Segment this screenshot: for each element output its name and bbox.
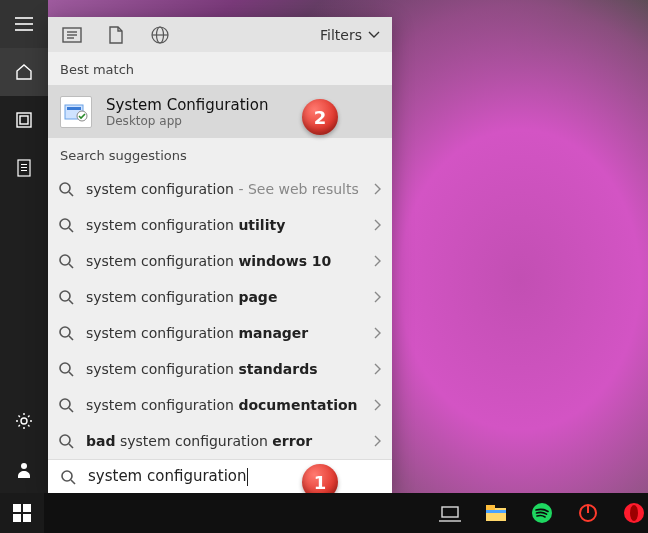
- svg-rect-47: [486, 510, 506, 513]
- svg-line-30: [69, 336, 73, 340]
- svg-point-31: [60, 363, 70, 373]
- svg-rect-8: [21, 170, 27, 171]
- search-icon: [56, 395, 76, 415]
- suggestion-text: system configuration windows 10: [86, 253, 364, 269]
- svg-line-28: [69, 300, 73, 304]
- settings-gear-icon[interactable]: [0, 397, 48, 445]
- svg-rect-3: [17, 113, 31, 127]
- opera-icon[interactable]: [620, 499, 648, 527]
- chevron-right-icon[interactable]: [374, 435, 382, 447]
- svg-point-52: [630, 505, 638, 521]
- search-icon: [56, 431, 76, 451]
- task-view-icon[interactable]: [436, 499, 464, 527]
- documents-rail-icon[interactable]: [0, 144, 48, 192]
- svg-line-26: [69, 264, 73, 268]
- svg-point-37: [62, 471, 72, 481]
- suggestion-item[interactable]: system configuration - See web results: [48, 171, 392, 207]
- svg-point-33: [60, 399, 70, 409]
- suggestion-item[interactable]: bad system configuration error: [48, 423, 392, 459]
- svg-line-32: [69, 372, 73, 376]
- chevron-right-icon[interactable]: [374, 327, 382, 339]
- svg-line-34: [69, 408, 73, 412]
- svg-rect-46: [486, 505, 495, 510]
- search-input[interactable]: system configuration: [88, 467, 248, 486]
- web-tab-icon[interactable]: [148, 23, 172, 47]
- search-icon: [56, 323, 76, 343]
- suggestion-text: system configuration manager: [86, 325, 364, 341]
- svg-point-27: [60, 291, 70, 301]
- documents-tab-icon[interactable]: [104, 23, 128, 47]
- best-match-title: System Configuration: [106, 96, 268, 114]
- best-match-result[interactable]: System Configuration Desktop app 2: [48, 85, 392, 138]
- svg-line-22: [69, 192, 73, 196]
- svg-rect-42: [23, 514, 31, 522]
- hamburger-icon[interactable]: [0, 0, 48, 48]
- filters-label: Filters: [320, 27, 362, 43]
- svg-point-23: [60, 219, 70, 229]
- suggestion-item[interactable]: system configuration manager: [48, 315, 392, 351]
- chevron-right-icon[interactable]: [374, 183, 382, 195]
- msconfig-app-icon: [60, 96, 92, 128]
- profile-icon[interactable]: [0, 445, 48, 493]
- taskbar: [0, 493, 648, 533]
- windows-logo-icon: [13, 504, 31, 522]
- svg-point-29: [60, 327, 70, 337]
- search-query-text: system configuration: [88, 467, 247, 485]
- best-match-text: System Configuration Desktop app: [106, 96, 268, 128]
- chevron-right-icon[interactable]: [374, 219, 382, 231]
- svg-rect-6: [21, 164, 27, 165]
- filters-dropdown[interactable]: Filters: [320, 27, 380, 43]
- svg-line-36: [69, 444, 73, 448]
- svg-line-24: [69, 228, 73, 232]
- chevron-right-icon[interactable]: [374, 399, 382, 411]
- svg-rect-7: [21, 167, 27, 168]
- spotify-icon[interactable]: [528, 499, 556, 527]
- svg-rect-41: [13, 514, 21, 522]
- chevron-right-icon[interactable]: [374, 363, 382, 375]
- recent-tab-icon[interactable]: [60, 23, 84, 47]
- search-icon: [56, 287, 76, 307]
- text-caret: [247, 468, 248, 486]
- suggestion-item[interactable]: system configuration documentation: [48, 387, 392, 423]
- svg-rect-43: [442, 507, 458, 517]
- svg-point-10: [21, 463, 27, 469]
- best-match-section-label: Best match: [48, 52, 392, 85]
- suggestions-section-label: Search suggestions: [48, 138, 392, 171]
- chevron-down-icon: [368, 31, 380, 39]
- suggestion-text: system configuration documentation: [86, 397, 364, 413]
- chevron-right-icon[interactable]: [374, 255, 382, 267]
- search-panel-header: Filters: [48, 17, 392, 52]
- svg-rect-39: [13, 504, 21, 512]
- home-icon[interactable]: [0, 48, 48, 96]
- apps-icon[interactable]: [0, 96, 48, 144]
- suggestion-item[interactable]: system configuration page: [48, 279, 392, 315]
- svg-point-21: [60, 183, 70, 193]
- svg-point-9: [21, 418, 27, 424]
- start-search-panel: Filters Best match System Configuration …: [48, 17, 392, 493]
- suggestion-text: system configuration utility: [86, 217, 364, 233]
- search-icon: [56, 251, 76, 271]
- search-input-row: system configuration 1: [48, 459, 392, 493]
- start-button[interactable]: [0, 493, 44, 533]
- suggestion-text: bad system configuration error: [86, 433, 364, 449]
- svg-rect-19: [67, 107, 81, 110]
- search-icon: [58, 467, 78, 487]
- best-match-subtitle: Desktop app: [106, 114, 268, 128]
- suggestion-item[interactable]: system configuration standards: [48, 351, 392, 387]
- suggestion-text: system configuration - See web results: [86, 181, 364, 197]
- svg-rect-4: [20, 116, 28, 124]
- chevron-right-icon[interactable]: [374, 291, 382, 303]
- search-icon: [56, 215, 76, 235]
- search-icon: [56, 359, 76, 379]
- annotation-callout-2: 2: [302, 99, 338, 135]
- power-icon[interactable]: [574, 499, 602, 527]
- suggestion-text: system configuration page: [86, 289, 364, 305]
- suggestion-item[interactable]: system configuration utility: [48, 207, 392, 243]
- start-left-rail: [0, 0, 48, 493]
- svg-rect-40: [23, 504, 31, 512]
- svg-point-25: [60, 255, 70, 265]
- search-icon: [56, 179, 76, 199]
- suggestion-item[interactable]: system configuration windows 10: [48, 243, 392, 279]
- file-explorer-icon[interactable]: [482, 499, 510, 527]
- svg-line-38: [71, 480, 75, 484]
